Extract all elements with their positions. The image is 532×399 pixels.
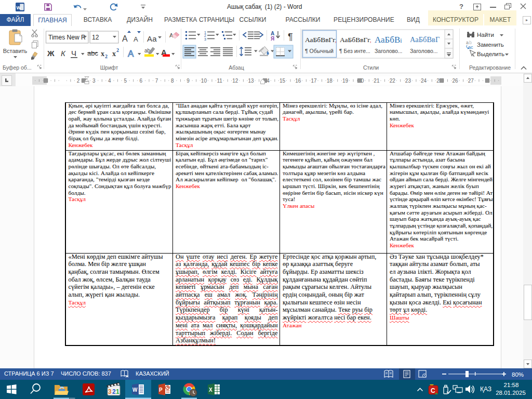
svg-text:3: 3 bbox=[108, 388, 112, 395]
svg-text:X: X bbox=[209, 387, 212, 393]
svg-text:C: C bbox=[431, 387, 435, 394]
svg-text:ac: ac bbox=[468, 45, 473, 50]
svg-text:АаБбВвГг: АаБбВвГг bbox=[305, 36, 336, 44]
svg-text:Times New R: Times New R bbox=[48, 34, 86, 41]
svg-text:АаБбВвГг: АаБбВвГг bbox=[340, 36, 370, 44]
svg-text:АаБбВі: АаБбВі bbox=[375, 35, 402, 45]
svg-text:6: 6 bbox=[140, 78, 143, 84]
svg-text:80%: 80% bbox=[512, 371, 524, 378]
svg-text:1: 1 bbox=[116, 388, 119, 395]
svg-text:8: 8 bbox=[171, 78, 174, 84]
svg-text:Абзац: Абзац bbox=[229, 64, 244, 71]
svg-text:¶: ¶ bbox=[288, 32, 293, 42]
svg-text:2: 2 bbox=[112, 388, 116, 395]
svg-text:Ж: Ж bbox=[47, 49, 55, 58]
svg-text:,: , bbox=[370, 37, 371, 43]
svg-text:3: 3 bbox=[204, 37, 206, 41]
svg-text:Аа: Аа bbox=[147, 34, 157, 43]
svg-text:А: А bbox=[128, 49, 134, 59]
svg-text:15: 15 bbox=[280, 78, 286, 84]
svg-text:26: 26 bbox=[453, 78, 459, 84]
svg-text:21:58: 21:58 bbox=[504, 382, 519, 388]
svg-text:Стили: Стили bbox=[363, 64, 379, 71]
svg-text:19: 19 bbox=[342, 78, 349, 84]
svg-text:¶ Без инте...: ¶ Без инте... bbox=[339, 48, 370, 54]
svg-text:ҚАЗ: ҚАЗ bbox=[480, 385, 491, 393]
svg-text:17: 17 bbox=[311, 78, 317, 84]
svg-text:Выделить: Выделить bbox=[477, 51, 504, 57]
svg-text:13: 13 bbox=[248, 78, 255, 84]
svg-text:18: 18 bbox=[327, 78, 333, 84]
svg-text:11: 11 bbox=[217, 78, 222, 84]
svg-text:2: 2 bbox=[77, 78, 80, 84]
svg-text:x: x bbox=[101, 50, 104, 58]
svg-text:4: 4 bbox=[108, 78, 111, 84]
svg-text:Найти: Найти bbox=[477, 32, 494, 38]
svg-text:5: 5 bbox=[124, 78, 127, 84]
svg-text:9: 9 bbox=[187, 78, 190, 84]
svg-text:abc: abc bbox=[87, 49, 98, 57]
svg-text:Ч: Ч bbox=[71, 49, 76, 58]
svg-text:Шрифт: Шрифт bbox=[100, 64, 118, 71]
svg-text:12: 12 bbox=[232, 78, 238, 84]
svg-text:Заголово...: Заголово... bbox=[375, 48, 403, 54]
svg-text:¶ Обычный: ¶ Обычный bbox=[305, 48, 334, 54]
svg-text:W: W bbox=[132, 387, 138, 393]
svg-text:10: 10 bbox=[201, 78, 207, 84]
svg-text:Редактирование: Редактирование bbox=[469, 64, 511, 71]
svg-text:А: А bbox=[122, 34, 128, 43]
svg-text:23: 23 bbox=[405, 78, 411, 84]
svg-text:К: К bbox=[61, 49, 66, 58]
svg-text:Буфер об...: Буфер об... bbox=[3, 64, 32, 71]
svg-text:x: x bbox=[112, 50, 116, 58]
svg-text:3: 3 bbox=[92, 78, 96, 84]
svg-text:Заменить: Заменить bbox=[477, 42, 504, 48]
svg-text:7: 7 bbox=[155, 78, 158, 84]
svg-text:16: 16 bbox=[295, 78, 301, 84]
svg-text:22: 22 bbox=[390, 78, 396, 84]
svg-text:12: 12 bbox=[92, 34, 99, 41]
svg-text:,: , bbox=[335, 37, 337, 43]
svg-text:27: 27 bbox=[468, 78, 474, 84]
svg-text:21: 21 bbox=[374, 78, 380, 84]
svg-text:А: А bbox=[271, 31, 274, 36]
svg-text:Я: Я bbox=[271, 36, 274, 42]
svg-text:2: 2 bbox=[105, 54, 108, 59]
svg-text:W: W bbox=[17, 5, 21, 10]
svg-text:28.01.2025: 28.01.2025 bbox=[496, 390, 526, 396]
svg-text:24: 24 bbox=[421, 78, 427, 84]
svg-text:АаБбВвГ: АаБбВвГ bbox=[410, 35, 440, 44]
svg-text:Вставить: Вставить bbox=[3, 48, 28, 54]
svg-text:P: P bbox=[159, 387, 163, 393]
svg-text:2: 2 bbox=[116, 47, 119, 53]
svg-text:Заголово...: Заголово... bbox=[410, 48, 438, 54]
svg-text:А: А bbox=[134, 35, 138, 43]
